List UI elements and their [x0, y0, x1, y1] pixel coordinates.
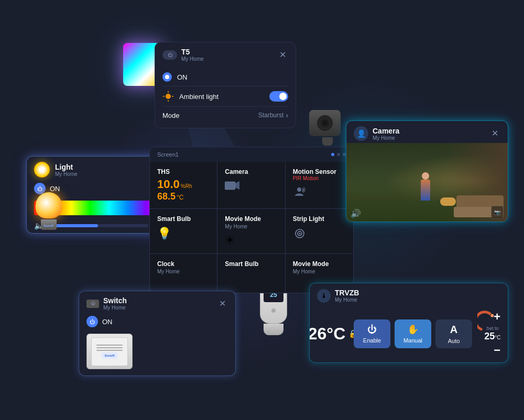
dot-indicators	[331, 153, 346, 156]
trvzb-enable-button[interactable]: ⏻ Enable	[354, 319, 390, 348]
t5-device-icon: ⏻	[162, 50, 177, 60]
grid-cell-camera[interactable]: Camera	[217, 162, 285, 209]
trvzb-set-label: Set to	[484, 326, 500, 331]
camera-header: 👤 Camera My Home ✕	[346, 121, 508, 143]
trvzb-subtitle: My Home	[335, 297, 359, 303]
moviemode1-icon: ☀	[225, 234, 277, 247]
trvzb-plus-button[interactable]: +	[494, 310, 500, 324]
trvzb-setpoint: Set to 25 °C	[484, 326, 500, 342]
ths-temp-value: 68.5	[157, 191, 176, 202]
t5-close-button[interactable]: ✕	[277, 50, 288, 60]
t5-mode-row[interactable]: Mode Starburst ›	[162, 107, 288, 124]
trvzb-manual-icon: ✋	[407, 324, 419, 335]
t5-panel: ⏻ T5 My Home ✕ ON Ambient l	[155, 42, 296, 128]
switch-device-image: Sonoff	[86, 334, 133, 369]
t5-on-row: ON	[162, 68, 288, 86]
camera-header-left: 👤 Camera My Home	[354, 126, 399, 141]
camera-mount	[322, 137, 333, 146]
switch-icon-symbol: ⏻	[91, 301, 95, 306]
switch-on-label: ON	[102, 318, 113, 326]
moviemode2-title: Movie Mode	[293, 260, 346, 268]
switch-panel: ⏻ Switch My Home ✕ ⏻ ON Sonoff	[79, 291, 236, 376]
trvzb-auto-button[interactable]: A Auto	[435, 319, 472, 348]
main-grid: THS 10.0 %Rh 68.5 °C Camera Motion Senso…	[150, 162, 353, 293]
camera-close-button[interactable]: ✕	[489, 128, 500, 139]
trvzb-set-unit: °C	[495, 335, 500, 340]
t5-ambient-icon	[162, 91, 174, 102]
grid-cell-moviemode1[interactable]: Movie Mode My Home ☀	[217, 209, 285, 254]
t5-header-left: ⏻ T5 My Home	[162, 48, 204, 62]
grid-cell-ths[interactable]: THS 10.0 %Rh 68.5 °C	[150, 162, 217, 209]
camera-person-body	[421, 180, 430, 201]
t5-icon-symbol: ⏻	[168, 52, 172, 58]
t5-on-label: ON	[177, 73, 288, 81]
moviemode1-title: Movie Mode	[225, 215, 277, 223]
grid-cell-striplight[interactable]: Strip Light	[286, 209, 353, 254]
clock-subtitle: My Home	[157, 269, 210, 274]
camera-title: Camera	[373, 127, 399, 135]
switch-brand-label: Sonoff	[105, 354, 115, 357]
trvzb-button	[271, 308, 276, 313]
switch-subtitle: My Home	[103, 305, 127, 311]
camera-panel: 👤 Camera My Home ✕ 🔊 📷	[346, 120, 508, 222]
camera-title-group: Camera My Home	[373, 127, 399, 141]
trvzb-title: TRVZB	[335, 289, 359, 297]
camera-speaker-icon[interactable]: 🔊	[351, 208, 361, 218]
motion-cell-icon	[293, 185, 346, 201]
t5-ambient-label: Ambient light	[179, 93, 269, 101]
ths-humidity-value: 10.0	[157, 178, 180, 191]
t5-content: ON Ambient light Mode Starburst ›	[155, 64, 296, 128]
camera-animal	[440, 197, 456, 206]
camera-controls: 📷	[491, 206, 504, 218]
svg-marker-11	[235, 181, 239, 190]
switch-icon: ⏻	[86, 300, 99, 308]
trvzb-temp-display: 26°C 🔒	[317, 325, 348, 342]
trvzb-header: 🌡 TRVZB My Home	[310, 283, 508, 305]
light-on-label: ON	[50, 185, 60, 193]
bulb-base: Sonoff	[41, 219, 57, 230]
light-on-symbol: ⏻	[37, 186, 42, 192]
dot-active	[331, 153, 334, 156]
trvzb-set-temp: 25	[484, 331, 495, 342]
grid-cell-motion[interactable]: Motion Sensor PIR Motion	[286, 162, 353, 209]
ths-temp: 68.5 °C	[157, 191, 210, 202]
light-title-group: Light My Home	[55, 163, 78, 177]
camera-body	[309, 110, 341, 136]
switch-title: Switch	[103, 296, 127, 305]
ths-values: 10.0 %Rh	[157, 178, 210, 191]
switch-title-group: Switch My Home	[103, 296, 127, 311]
switch-close-button[interactable]: ✕	[217, 299, 228, 309]
ths-temp-unit: °C	[177, 194, 183, 201]
t5-ambient-toggle[interactable]	[269, 91, 288, 102]
grid-cell-clock[interactable]: Clock My Home	[150, 254, 217, 293]
grid-cell-smartbulb2[interactable]: Smart Bulb	[217, 254, 285, 293]
bulb-globe	[36, 192, 62, 218]
smartbulb1-icon: 💡	[157, 227, 210, 240]
pir-motion-label: PIR Motion	[293, 175, 346, 181]
main-screen-label: Screen1	[157, 151, 179, 158]
trvzb-enable-icon: ⏻	[367, 324, 377, 335]
trvzb-temp-row: 26°C 🔒	[309, 325, 357, 342]
light-title: Light	[55, 163, 78, 171]
svg-point-12	[297, 187, 301, 192]
motion-title: Motion Sensor	[293, 168, 346, 175]
trvzb-panel: 🌡 TRVZB My Home 26°C 🔒 ⏻ Enable ✋ Manual	[309, 283, 508, 363]
svg-point-15	[299, 233, 300, 235]
trvzb-current-temp: 26°C	[309, 325, 345, 342]
trvzb-icon: 🌡	[317, 289, 331, 303]
trvzb-auto-label: Auto	[448, 338, 460, 344]
switch-on-row: ⏻ ON	[79, 313, 235, 330]
main-screen-header: Screen1	[150, 147, 353, 162]
switch-device-inner: Sonoff	[91, 337, 128, 366]
camera-avatar: 👤	[354, 126, 368, 141]
switch-on-icon: ⏻	[86, 316, 98, 327]
trvzb-manual-button[interactable]: ✋ Manual	[395, 319, 431, 348]
camera-subtitle: My Home	[373, 135, 399, 141]
camera-snapshot-button[interactable]: 📷	[491, 206, 504, 218]
camera-cell-title: Camera	[225, 168, 277, 175]
trvzb-mode-buttons: ⏻ Enable ✋ Manual A Auto	[354, 319, 472, 348]
trvzb-minus-button[interactable]: −	[494, 344, 500, 357]
grid-cell-smartbulb1[interactable]: Smart Bulb 💡	[150, 209, 217, 254]
switch-line-1	[96, 345, 123, 346]
light-brightness-bar[interactable]	[48, 224, 148, 227]
